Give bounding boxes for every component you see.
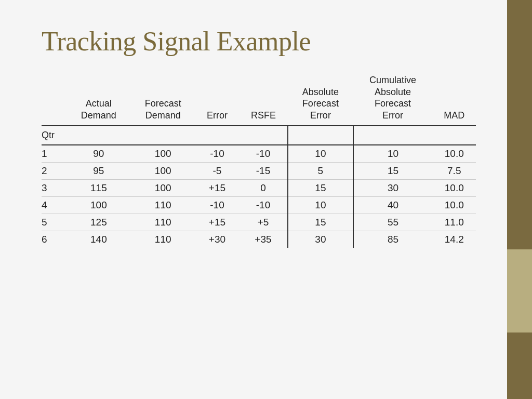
cell-actual_demand: 125 [67,214,130,231]
cell-rsfe: +5 [239,214,288,231]
th-rsfe: RSFE [239,72,288,126]
tracking-signal-table: ActualDemand ForecastDemand Error RSFE A… [42,72,476,248]
sidebar-mid [507,249,532,332]
cell-rsfe: -10 [239,196,288,214]
cell-qtr: 1 [42,145,67,163]
cell-actual_demand: 90 [67,145,130,163]
cell-forecast_demand: 110 [130,196,195,214]
th-afe-empty [288,126,353,145]
table-wrapper: ActualDemand ForecastDemand Error RSFE A… [42,72,476,248]
cell-mad: 10.0 [433,179,476,196]
table-row: 6140110+30+35308514.2 [42,231,476,248]
cell-actual_demand: 140 [67,231,130,248]
th-afe: AbsoluteForecastError [288,72,353,126]
cell-qtr: 6 [42,231,67,248]
table-body: 190100-10-10101010.0295100-5-155157.5311… [42,145,476,248]
table-row: 4100110-10-10104010.0 [42,196,476,214]
th-qtr-label: Qtr [42,126,67,145]
th-actual-demand: ActualDemand [67,72,130,126]
cell-mad: 10.0 [433,145,476,163]
cell-forecast_demand: 110 [130,231,195,248]
th-mad: MAD [433,72,476,126]
cell-afe: 10 [288,145,353,163]
cell-error: +15 [195,214,238,231]
table-row: 5125110+15+5155511.0 [42,214,476,231]
sidebar [507,0,532,399]
cell-cafe: 15 [353,162,433,179]
cell-cafe: 40 [353,196,433,214]
cell-qtr: 5 [42,214,67,231]
cell-error: -10 [195,145,238,163]
cell-forecast_demand: 100 [130,162,195,179]
cell-error: -5 [195,162,238,179]
cell-error: +15 [195,179,238,196]
cell-rsfe: -10 [239,145,288,163]
cell-actual_demand: 95 [67,162,130,179]
table-row: 3115100+150153010.0 [42,179,476,196]
th-cafe: CumulativeAbsoluteForecastError [353,72,433,126]
th-err-empty [195,126,238,145]
cell-error: -10 [195,196,238,214]
cell-cafe: 55 [353,214,433,231]
cell-cafe: 85 [353,231,433,248]
cell-rsfe: 0 [239,179,288,196]
cell-mad: 11.0 [433,214,476,231]
cell-forecast_demand: 110 [130,214,195,231]
th-cafe-empty [353,126,433,145]
th-rsfe-empty [239,126,288,145]
cell-actual_demand: 115 [67,179,130,196]
cell-afe: 30 [288,231,353,248]
sidebar-bot [507,332,532,399]
cell-mad: 10.0 [433,196,476,214]
th-error: Error [195,72,238,126]
cell-rsfe: +35 [239,231,288,248]
cell-error: +30 [195,231,238,248]
page-title: Tracking Signal Example [42,26,476,57]
th-qtr [42,72,67,126]
th-mad-empty [433,126,476,145]
cell-qtr: 2 [42,162,67,179]
th-fd-empty [130,126,195,145]
th-forecast-demand: ForecastDemand [130,72,195,126]
cell-actual_demand: 100 [67,196,130,214]
cell-cafe: 30 [353,179,433,196]
cell-mad: 14.2 [433,231,476,248]
cell-qtr: 3 [42,179,67,196]
cell-mad: 7.5 [433,162,476,179]
cell-rsfe: -15 [239,162,288,179]
th-ad-empty [67,126,130,145]
cell-afe: 15 [288,179,353,196]
table-row: 295100-5-155157.5 [42,162,476,179]
cell-forecast_demand: 100 [130,145,195,163]
cell-afe: 10 [288,196,353,214]
cell-cafe: 10 [353,145,433,163]
main-content: Tracking Signal Example ActualDemand For… [0,0,507,399]
cell-afe: 15 [288,214,353,231]
cell-afe: 5 [288,162,353,179]
cell-qtr: 4 [42,196,67,214]
table-row: 190100-10-10101010.0 [42,145,476,163]
sidebar-top [507,0,532,249]
cell-forecast_demand: 100 [130,179,195,196]
